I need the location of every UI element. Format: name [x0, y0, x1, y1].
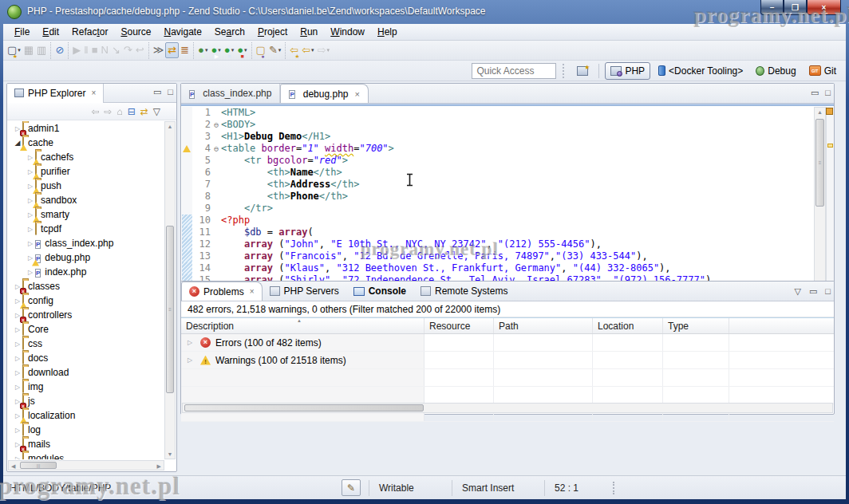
- scrollbar-thumb[interactable]: [184, 404, 424, 411]
- menu-window[interactable]: Window: [324, 25, 371, 40]
- code-line-8[interactable]: 8 <th>Phone</th>: [182, 191, 814, 203]
- close-tab-icon[interactable]: ×: [354, 89, 359, 99]
- code-line-12[interactable]: 12 array ("John", "E 10th St., NYC, NY 2…: [182, 238, 814, 250]
- code-line-5[interactable]: 5 <tr bgcolor="red">: [182, 155, 814, 167]
- tree-item-index-php[interactable]: ▷Pindex.php: [8, 265, 164, 279]
- show-selected-source-icon[interactable]: ≫: [152, 42, 166, 58]
- tree-item-smarty[interactable]: ▷smarty: [8, 207, 164, 222]
- expander-icon[interactable]: ▷: [26, 183, 35, 190]
- expander-icon[interactable]: ▷: [26, 197, 35, 204]
- php-library-icon[interactable]: ≣: [179, 42, 191, 58]
- code-line-7[interactable]: 7 <th>Address</th>: [182, 179, 814, 191]
- expander-icon[interactable]: ▷: [26, 254, 35, 262]
- disconnect-icon[interactable]: N: [100, 42, 110, 58]
- expander-icon[interactable]: ▷: [13, 326, 22, 333]
- run-button-icon[interactable]: ●▶▾: [209, 42, 222, 58]
- minimize-button[interactable]: –: [760, 0, 784, 15]
- expander-icon[interactable]: ▷: [26, 211, 35, 219]
- tree-item-cache[interactable]: ◢cache: [8, 136, 164, 150]
- step-return-icon[interactable]: ↩: [134, 42, 146, 58]
- view-menu-icon[interactable]: ▽: [153, 105, 160, 118]
- debug-button-icon[interactable]: ●×▾: [196, 42, 209, 58]
- perspective-debug[interactable]: Debug: [751, 62, 800, 80]
- column-header-type[interactable]: Type: [663, 318, 729, 333]
- code-line-14[interactable]: 14 array ("Klaus", "312 Beethoven St., F…: [182, 262, 814, 274]
- tree-item-purifier[interactable]: ▷purifier: [8, 164, 164, 179]
- tab-remote-systems[interactable]: Remote Systems: [413, 282, 515, 301]
- maximize-view-icon[interactable]: □: [168, 87, 173, 97]
- tree-item-core[interactable]: ▷Core: [8, 322, 164, 337]
- maximize-button[interactable]: ❐: [784, 0, 807, 15]
- tree-item-docs[interactable]: ▷docs: [8, 351, 164, 365]
- code-line-2[interactable]: 2⊖<BODY>: [182, 119, 814, 131]
- maximize-editor-icon[interactable]: □: [825, 88, 831, 98]
- perspective-php[interactable]: PHP: [605, 62, 650, 80]
- expander-icon[interactable]: ▷: [13, 355, 22, 362]
- search-button-icon[interactable]: ✎▾: [267, 42, 282, 58]
- scrollbar-thumb[interactable]: ≡: [815, 119, 824, 207]
- problems-row-warnings-100-of-21518-items[interactable]: ▷!Warnings (100 of 21518 items): [181, 352, 834, 369]
- perspective-docker[interactable]: <Docker Tooling>: [654, 62, 748, 80]
- tab-php-servers[interactable]: PHP Servers: [263, 282, 346, 301]
- tab-problems[interactable]: ×Problems×: [181, 282, 263, 301]
- expander-icon[interactable]: ▷: [13, 412, 22, 419]
- save-icon[interactable]: ▦: [22, 42, 35, 58]
- problems-row-errors-100-of-482-items[interactable]: ▷×Errors (100 of 482 items): [181, 334, 834, 352]
- back-icon[interactable]: ⇦▾: [300, 42, 315, 58]
- tree-item-localization[interactable]: ▷localization: [8, 408, 164, 423]
- code-line-11[interactable]: 11 $db = array(: [182, 226, 814, 238]
- close-button[interactable]: ×: [807, 0, 841, 15]
- quick-access-input[interactable]: [472, 63, 556, 79]
- explorer-horizontal-scrollbar[interactable]: ◀ ||| ▶: [8, 460, 164, 471]
- project-tree[interactable]: ▷xadmin1◢cache▷cachefs▷purifier▷push▷san…: [8, 121, 164, 459]
- profile-button-icon[interactable]: ●■▾: [235, 42, 248, 58]
- minimize-editor-icon[interactable]: ▭: [811, 88, 819, 98]
- forward-icon[interactable]: ⇨: [104, 105, 112, 118]
- tree-item-download[interactable]: ▷download: [8, 365, 164, 380]
- code-line-10[interactable]: 10<?php: [182, 215, 814, 226]
- minimize-view-icon[interactable]: ▭: [153, 87, 161, 97]
- step-into-icon[interactable]: ↘: [110, 42, 122, 58]
- trim-handle[interactable]: [613, 482, 616, 494]
- perspective-git[interactable]: GIT Git: [804, 62, 841, 80]
- tree-item-modules[interactable]: ▷xmodules: [8, 451, 164, 459]
- code-line-1[interactable]: 1<HTML>: [182, 107, 814, 119]
- menu-refactor[interactable]: Refactor: [65, 25, 114, 40]
- code-line-3[interactable]: 3<H1>Debug Demo</H1>: [182, 131, 814, 143]
- problems-horizontal-scrollbar[interactable]: [182, 403, 833, 413]
- expander-icon[interactable]: ▷: [188, 339, 195, 346]
- tree-item-class-index-php[interactable]: ▷Pclass_index.php: [8, 236, 164, 250]
- save-all-icon[interactable]: ▥: [35, 42, 48, 58]
- editor-tab-class-index-php[interactable]: Pclass_index.php: [181, 84, 280, 103]
- expander-icon[interactable]: ▷: [13, 297, 22, 305]
- column-header-description[interactable]: Description: [181, 318, 424, 333]
- fold-icon[interactable]: ⊖: [211, 119, 221, 131]
- tree-item-debug-php[interactable]: ▷Pdebug.php: [8, 250, 164, 265]
- tree-item-css[interactable]: ▷css: [8, 337, 164, 351]
- code-line-4[interactable]: 4⊖<table border="1" width="700">: [182, 143, 814, 155]
- scrollbar-thumb[interactable]: |||: [20, 462, 57, 469]
- expander-icon[interactable]: ▷: [13, 369, 22, 376]
- tree-item-tcpdf[interactable]: ▷tcpdf: [8, 222, 164, 236]
- view-menu-icon[interactable]: ▽: [794, 286, 800, 297]
- close-tab-icon[interactable]: ×: [250, 287, 255, 296]
- column-header-path[interactable]: Path: [494, 318, 593, 333]
- tab-console[interactable]: Console: [346, 282, 413, 301]
- tree-item-classes[interactable]: ▷xclasses: [8, 279, 164, 293]
- code-line-6[interactable]: 6 <th>Name</th>: [182, 167, 814, 179]
- editor-tab-debug-php[interactable]: Pdebug.php×: [280, 84, 369, 103]
- expander-icon[interactable]: ▷: [13, 455, 22, 460]
- up-icon[interactable]: ⌂: [116, 105, 122, 118]
- scrollbar-thumb[interactable]: ≡: [166, 226, 174, 393]
- column-header-location[interactable]: Location: [593, 318, 663, 333]
- menu-navigate[interactable]: Navigate: [157, 25, 207, 40]
- tree-item-log[interactable]: ▷log: [8, 423, 164, 437]
- resume-icon[interactable]: ▶: [71, 42, 82, 58]
- menu-search[interactable]: Search: [208, 25, 251, 40]
- menu-project[interactable]: Project: [251, 25, 294, 40]
- expander-icon[interactable]: ◢: [13, 139, 22, 147]
- menu-run[interactable]: Run: [294, 25, 324, 40]
- tree-item-img[interactable]: ▷img: [8, 380, 164, 394]
- collapse-all-icon[interactable]: ⊟: [128, 105, 136, 118]
- tree-item-push[interactable]: ▷push: [8, 179, 164, 193]
